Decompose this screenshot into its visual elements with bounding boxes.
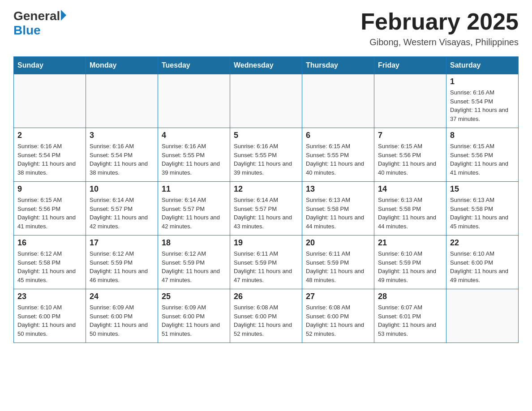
- day-number: 26: [234, 292, 298, 301]
- day-number: 1: [450, 77, 515, 86]
- day-header-wednesday: Wednesday: [230, 57, 302, 74]
- calendar-cell: 17Sunrise: 6:12 AMSunset: 5:59 PMDayligh…: [86, 235, 158, 289]
- day-number: 24: [90, 292, 154, 301]
- day-number: 3: [90, 131, 154, 140]
- day-number: 25: [162, 292, 226, 301]
- day-info: Sunrise: 6:15 AMSunset: 5:56 PMDaylight:…: [378, 142, 442, 177]
- day-info: Sunrise: 6:12 AMSunset: 5:58 PMDaylight:…: [17, 249, 82, 284]
- calendar-cell: 7Sunrise: 6:15 AMSunset: 5:56 PMDaylight…: [374, 128, 446, 182]
- calendar-cell: 14Sunrise: 6:13 AMSunset: 5:58 PMDayligh…: [374, 182, 446, 235]
- calendar-cell: 13Sunrise: 6:13 AMSunset: 5:58 PMDayligh…: [302, 182, 374, 235]
- day-number: 13: [306, 184, 370, 194]
- day-info: Sunrise: 6:08 AMSunset: 6:00 PMDaylight:…: [234, 303, 298, 338]
- calendar-cell: 23Sunrise: 6:10 AMSunset: 6:00 PMDayligh…: [14, 289, 86, 343]
- calendar-cell: 25Sunrise: 6:09 AMSunset: 6:00 PMDayligh…: [158, 289, 230, 343]
- calendar-header-row: SundayMondayTuesdayWednesdayThursdayFrid…: [14, 57, 519, 74]
- calendar-subtitle: Gibong, Western Visayas, Philippines: [360, 37, 519, 47]
- calendar-table: SundayMondayTuesdayWednesdayThursdayFrid…: [13, 56, 519, 343]
- calendar-cell: 2Sunrise: 6:16 AMSunset: 5:54 PMDaylight…: [14, 128, 86, 182]
- day-number: 27: [306, 292, 370, 301]
- logo-area: General Blue: [13, 9, 66, 38]
- calendar-cell: 3Sunrise: 6:16 AMSunset: 5:54 PMDaylight…: [86, 128, 158, 182]
- day-info: Sunrise: 6:09 AMSunset: 6:00 PMDaylight:…: [90, 303, 154, 338]
- day-number: 4: [162, 131, 226, 140]
- day-number: 23: [17, 292, 82, 301]
- day-info: Sunrise: 6:15 AMSunset: 5:56 PMDaylight:…: [450, 142, 515, 177]
- calendar-cell: [86, 74, 158, 128]
- calendar-cell: [374, 74, 446, 128]
- calendar-cell: 1Sunrise: 6:16 AMSunset: 5:54 PMDaylight…: [446, 74, 519, 128]
- day-number: 14: [378, 184, 442, 194]
- day-number: 10: [90, 184, 154, 194]
- week-row-4: 16Sunrise: 6:12 AMSunset: 5:58 PMDayligh…: [14, 235, 519, 289]
- calendar-cell: 18Sunrise: 6:12 AMSunset: 5:59 PMDayligh…: [158, 235, 230, 289]
- day-info: Sunrise: 6:13 AMSunset: 5:58 PMDaylight:…: [450, 196, 515, 231]
- day-info: Sunrise: 6:10 AMSunset: 6:00 PMDaylight:…: [450, 249, 515, 284]
- title-area: February 2025 Gibong, Western Visayas, P…: [360, 9, 519, 47]
- week-row-5: 23Sunrise: 6:10 AMSunset: 6:00 PMDayligh…: [14, 289, 519, 343]
- day-info: Sunrise: 6:11 AMSunset: 5:59 PMDaylight:…: [306, 249, 370, 284]
- day-info: Sunrise: 6:16 AMSunset: 5:54 PMDaylight:…: [17, 142, 82, 177]
- day-number: 8: [450, 131, 515, 140]
- day-info: Sunrise: 6:10 AMSunset: 5:59 PMDaylight:…: [378, 249, 442, 284]
- calendar-cell: 27Sunrise: 6:08 AMSunset: 6:00 PMDayligh…: [302, 289, 374, 343]
- calendar-cell: 5Sunrise: 6:16 AMSunset: 5:55 PMDaylight…: [230, 128, 302, 182]
- day-header-friday: Friday: [374, 57, 446, 74]
- calendar-cell: 16Sunrise: 6:12 AMSunset: 5:58 PMDayligh…: [14, 235, 86, 289]
- day-info: Sunrise: 6:11 AMSunset: 5:59 PMDaylight:…: [234, 249, 298, 284]
- page-header: General Blue February 2025 Gibong, Weste…: [13, 9, 519, 47]
- day-info: Sunrise: 6:10 AMSunset: 6:00 PMDaylight:…: [17, 303, 82, 338]
- day-number: 28: [378, 292, 442, 301]
- day-info: Sunrise: 6:12 AMSunset: 5:59 PMDaylight:…: [162, 249, 226, 284]
- day-info: Sunrise: 6:15 AMSunset: 5:56 PMDaylight:…: [17, 196, 82, 231]
- calendar-cell: [302, 74, 374, 128]
- day-info: Sunrise: 6:14 AMSunset: 5:57 PMDaylight:…: [90, 196, 154, 231]
- day-info: Sunrise: 6:14 AMSunset: 5:57 PMDaylight:…: [162, 196, 226, 231]
- calendar-cell: 24Sunrise: 6:09 AMSunset: 6:00 PMDayligh…: [86, 289, 158, 343]
- calendar-cell: 19Sunrise: 6:11 AMSunset: 5:59 PMDayligh…: [230, 235, 302, 289]
- day-info: Sunrise: 6:16 AMSunset: 5:55 PMDaylight:…: [162, 142, 226, 177]
- day-number: 5: [234, 131, 298, 140]
- day-number: 9: [17, 184, 82, 194]
- day-header-thursday: Thursday: [302, 57, 374, 74]
- day-header-monday: Monday: [86, 57, 158, 74]
- day-number: 22: [450, 238, 515, 248]
- day-number: 17: [90, 238, 154, 248]
- day-info: Sunrise: 6:08 AMSunset: 6:00 PMDaylight:…: [306, 303, 370, 338]
- calendar-cell: 15Sunrise: 6:13 AMSunset: 5:58 PMDayligh…: [446, 182, 519, 235]
- week-row-3: 9Sunrise: 6:15 AMSunset: 5:56 PMDaylight…: [14, 182, 519, 235]
- day-header-saturday: Saturday: [446, 57, 519, 74]
- day-header-tuesday: Tuesday: [158, 57, 230, 74]
- logo-general-text: General: [13, 9, 60, 23]
- calendar-title: February 2025: [360, 9, 519, 34]
- day-info: Sunrise: 6:15 AMSunset: 5:55 PMDaylight:…: [306, 142, 370, 177]
- day-number: 15: [450, 184, 515, 194]
- calendar-cell: 26Sunrise: 6:08 AMSunset: 6:00 PMDayligh…: [230, 289, 302, 343]
- day-info: Sunrise: 6:16 AMSunset: 5:54 PMDaylight:…: [450, 88, 515, 123]
- day-number: 2: [17, 131, 82, 140]
- week-row-2: 2Sunrise: 6:16 AMSunset: 5:54 PMDaylight…: [14, 128, 519, 182]
- calendar-cell: 22Sunrise: 6:10 AMSunset: 6:00 PMDayligh…: [446, 235, 519, 289]
- day-info: Sunrise: 6:14 AMSunset: 5:57 PMDaylight:…: [234, 196, 298, 231]
- calendar-cell: 8Sunrise: 6:15 AMSunset: 5:56 PMDaylight…: [446, 128, 519, 182]
- day-info: Sunrise: 6:12 AMSunset: 5:59 PMDaylight:…: [90, 249, 154, 284]
- calendar-cell: [158, 74, 230, 128]
- day-number: 18: [162, 238, 226, 248]
- day-info: Sunrise: 6:16 AMSunset: 5:55 PMDaylight:…: [234, 142, 298, 177]
- calendar-cell: [230, 74, 302, 128]
- day-info: Sunrise: 6:07 AMSunset: 6:01 PMDaylight:…: [378, 303, 442, 338]
- day-number: 16: [17, 238, 82, 248]
- day-number: 6: [306, 131, 370, 140]
- logo-blue-text: Blue: [13, 23, 41, 38]
- calendar-cell: 21Sunrise: 6:10 AMSunset: 5:59 PMDayligh…: [374, 235, 446, 289]
- day-number: 7: [378, 131, 442, 140]
- day-number: 21: [378, 238, 442, 248]
- calendar-cell: 11Sunrise: 6:14 AMSunset: 5:57 PMDayligh…: [158, 182, 230, 235]
- day-info: Sunrise: 6:09 AMSunset: 6:00 PMDaylight:…: [162, 303, 226, 338]
- calendar-cell: 9Sunrise: 6:15 AMSunset: 5:56 PMDaylight…: [14, 182, 86, 235]
- day-number: 19: [234, 238, 298, 248]
- calendar-cell: 4Sunrise: 6:16 AMSunset: 5:55 PMDaylight…: [158, 128, 230, 182]
- day-info: Sunrise: 6:13 AMSunset: 5:58 PMDaylight:…: [306, 196, 370, 231]
- day-header-sunday: Sunday: [14, 57, 86, 74]
- day-number: 11: [162, 184, 226, 194]
